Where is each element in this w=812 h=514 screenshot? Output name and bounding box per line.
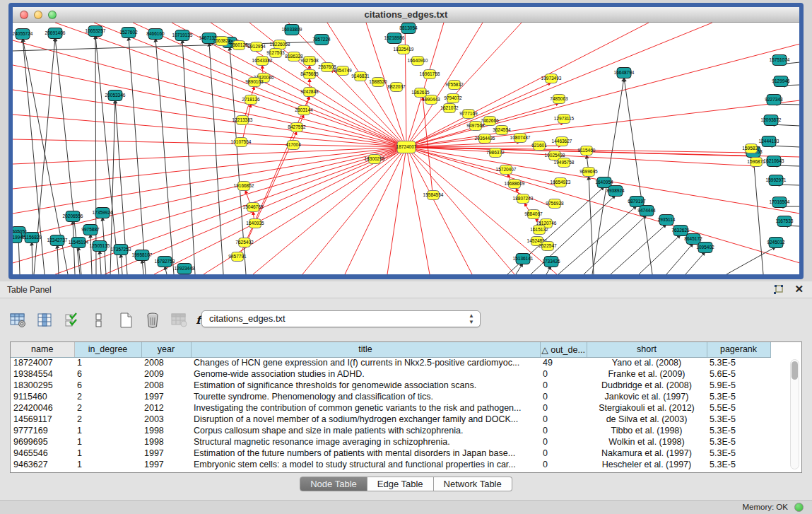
- table-row[interactable]: 1830029562008Estimation of significance …: [11, 380, 770, 391]
- citation-node-yellow[interactable]: 18325419: [394, 45, 414, 54]
- citation-node-teal[interactable]: 20206556: [63, 211, 83, 222]
- network-canvas[interactable]: 2405572420691406106532571527602846616010…: [13, 23, 799, 274]
- citation-node-teal[interactable]: 1733426: [542, 257, 560, 267]
- table-settings-icon[interactable]: [10, 312, 27, 329]
- citation-node-yellow[interactable]: 8912954: [247, 42, 266, 52]
- window-titlebar[interactable]: citations_edges.txt: [13, 7, 799, 23]
- scrollbar-thumb[interactable]: [792, 361, 798, 380]
- citation-node-yellow[interactable]: 8822037: [387, 83, 406, 92]
- close-panel-icon[interactable]: ✕: [794, 283, 804, 296]
- citation-node-yellow[interactable]: 1596871: [747, 158, 765, 167]
- tab-network-table[interactable]: Network Table: [434, 477, 512, 491]
- citation-node-yellow[interactable]: 8454749: [334, 66, 352, 76]
- citation-node-yellow[interactable]: 10688609: [505, 180, 525, 189]
- table-row[interactable]: 946362711997Embryonic stem cells: a mode…: [11, 459, 770, 470]
- citation-node-teal[interactable]: 17359924: [93, 208, 113, 218]
- memory-ok-icon[interactable]: [794, 503, 804, 512]
- citation-node-yellow[interactable]: 1990443: [422, 95, 440, 105]
- citation-node-yellow[interactable]: 9146821: [351, 72, 370, 81]
- citation-node-yellow[interactable]: 14463627: [552, 137, 572, 146]
- citation-node-yellow[interactable]: 1588520: [369, 78, 387, 87]
- citation-node-yellow[interactable]: 16654923: [551, 178, 571, 187]
- column-header-out_de[interactable]: △ out_de...: [540, 342, 587, 357]
- citation-node-yellow[interactable]: 9777169: [459, 110, 478, 119]
- citation-node-yellow[interactable]: 9884067: [524, 210, 543, 219]
- select-rows-icon[interactable]: [64, 312, 81, 329]
- citation-node-teal[interactable]: 9474444: [637, 206, 656, 216]
- citation-node-teal[interactable]: 19218986: [384, 33, 405, 44]
- citation-node-yellow[interactable]: 9699695: [579, 168, 598, 177]
- float-window-icon[interactable]: [772, 284, 784, 296]
- citation-node-yellow[interactable]: 9756928: [546, 199, 564, 209]
- citation-node-teal[interactable]: 17357253: [111, 245, 131, 255]
- citation-node-teal[interactable]: 7857224: [312, 35, 331, 45]
- table-row[interactable]: 977716911998Corpus callosum shape and si…: [11, 425, 770, 436]
- citation-node-yellow[interactable]: 9890163: [245, 78, 264, 87]
- citation-node-teal[interactable]: 12342737: [47, 235, 68, 246]
- citation-node-teal[interactable]: 12444193: [759, 136, 779, 147]
- citation-node-teal[interactable]: 11545194: [69, 238, 89, 248]
- node-table[interactable]: namein_degreeyeartitle△ out_de...shortpa…: [11, 342, 771, 470]
- citation-node-teal[interactable]: 15992971: [766, 175, 787, 186]
- citation-node-yellow[interactable]: 7986372: [486, 148, 505, 158]
- citation-node-yellow[interactable]: 621601: [531, 141, 547, 151]
- citation-node-teal[interactable]: 10719135: [172, 30, 193, 41]
- citation-node-teal[interactable]: 10653257: [86, 26, 106, 37]
- table-row[interactable]: 946554611997Estimation of the future num…: [11, 448, 770, 459]
- citation-node-yellow[interactable]: 20364436: [475, 134, 495, 144]
- table-vertical-scrollbar[interactable]: [790, 359, 799, 469]
- citation-node-yellow[interactable]: 9794072: [444, 94, 462, 103]
- tab-node-table[interactable]: Node Table: [300, 477, 367, 491]
- table-row[interactable]: 911546021997Tourette syndrome. Phenomeno…: [11, 391, 770, 402]
- citation-node-yellow[interactable]: 15584554: [423, 191, 444, 200]
- row-height-icon[interactable]: [90, 312, 107, 329]
- citation-node-teal[interactable]: 8938924: [606, 186, 625, 197]
- citation-node-yellow[interactable]: 10807487: [510, 134, 531, 143]
- citation-node-yellow[interactable]: 18807243: [513, 194, 534, 204]
- citation-node-yellow[interactable]: 15046788: [243, 203, 264, 212]
- citation-node-yellow[interactable]: 12973115: [554, 115, 575, 124]
- citation-node-teal[interactable]: 8813054: [399, 23, 418, 34]
- citation-node-yellow[interactable]: 7485063: [550, 95, 568, 104]
- citation-node-yellow[interactable]: 1615132: [530, 226, 548, 235]
- citation-node-teal[interactable]: 20053346: [105, 90, 126, 101]
- citation-node-yellow[interactable]: 9457791: [228, 252, 247, 262]
- citation-node-teal[interactable]: 17016504: [770, 197, 790, 208]
- hub-node[interactable]: 18724007: [396, 141, 417, 153]
- delete-table-icon[interactable]: [144, 312, 161, 329]
- citation-node-teal[interactable]: 8466160: [146, 29, 165, 40]
- citation-node-teal[interactable]: 11156829: [22, 233, 42, 243]
- citation-node-yellow[interactable]: 19495758: [554, 158, 575, 168]
- citation-node-teal[interactable]: 16648794: [614, 68, 635, 78]
- citation-node-yellow[interactable]: 2522547: [539, 242, 557, 251]
- citation-node-teal[interactable]: 1095402: [696, 243, 714, 253]
- citation-node-yellow[interactable]: 16640910: [408, 57, 428, 66]
- citation-graph[interactable]: 2405572420691406106532571527602846616010…: [13, 23, 799, 274]
- citation-node-yellow[interactable]: 9860128: [230, 41, 248, 50]
- citation-node-teal[interactable]: 12505135: [90, 241, 110, 252]
- citation-node-yellow[interactable]: 9127503: [266, 49, 285, 58]
- citation-node-teal[interactable]: 19958107: [132, 250, 153, 261]
- citation-node-yellow[interactable]: 9242848: [300, 88, 319, 97]
- table-selector-dropdown[interactable]: citations_edges.txt ▲▼: [201, 310, 481, 327]
- column-header-pagerank[interactable]: pagerank: [707, 342, 770, 357]
- citation-node-yellow[interactable]: 2803144: [295, 106, 313, 115]
- table-row[interactable]: 2242004622012Investigating the contribut…: [11, 402, 770, 414]
- column-header-title[interactable]: title: [191, 342, 540, 357]
- citation-node-teal[interactable]: 1527602: [119, 28, 138, 38]
- citation-node-teal[interactable]: 16210643: [764, 156, 784, 167]
- column-header-name[interactable]: name: [11, 342, 74, 357]
- column-header-year[interactable]: year: [141, 342, 191, 357]
- citation-node-yellow[interactable]: 9115460: [578, 146, 596, 156]
- citation-node-yellow[interactable]: 10107554: [231, 138, 252, 147]
- citation-node-yellow[interactable]: 18226058: [270, 40, 290, 49]
- citation-node-yellow[interactable]: 19166852: [234, 182, 254, 191]
- citation-node-yellow[interactable]: 9327508: [300, 57, 319, 66]
- citation-node-yellow[interactable]: 8475685: [300, 70, 319, 79]
- citation-node-teal[interactable]: 12923448: [175, 264, 195, 274]
- citation-node-teal[interactable]: 9227343: [765, 95, 783, 105]
- citation-node-yellow[interactable]: 417004: [286, 141, 301, 150]
- citation-node-teal[interactable]: 1167533: [776, 216, 794, 227]
- citation-node-yellow[interactable]: 15720407: [496, 165, 517, 175]
- citation-node-yellow[interactable]: 7625402: [235, 238, 254, 247]
